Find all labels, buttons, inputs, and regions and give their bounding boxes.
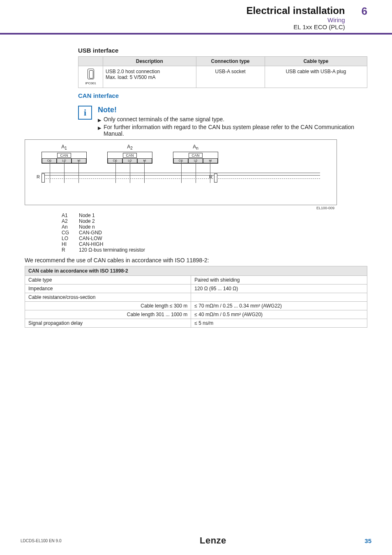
resistor-left-icon: [42, 173, 45, 183]
footer-page-number: 35: [364, 537, 371, 544]
resistor-left-label: R: [37, 174, 40, 179]
usb-cable-cell: USB cable with USB-A plug: [265, 66, 367, 88]
usb-desc2: Max. load: 5 V/500 mA: [106, 74, 155, 80]
note-bullet-2: ▶ For further information with regard to…: [98, 124, 367, 137]
can-legend: A1Node 1 A2Node 2 AnNode n CGCAN-GND LOC…: [62, 213, 155, 253]
header-sub2: EL 1xx ECO (PLC): [246, 23, 345, 30]
usb-col-conn: Connection type: [196, 57, 265, 66]
usb-conn-cell: USB-A socket: [196, 66, 265, 88]
note-bullet-1: ▶ Only connect terminals of the same sig…: [98, 116, 367, 123]
header-title: Electrical installation: [246, 5, 345, 16]
bullet-icon: ▶: [98, 116, 101, 123]
can-diagram: A1 CAN CG LO HI A2 CAN CG LO: [25, 139, 337, 205]
can-heading: CAN interface: [78, 92, 367, 99]
usb-col-desc: Description: [103, 57, 196, 66]
note-bullet-2-text: For further information with regard to t…: [104, 124, 367, 137]
usb-col-cable: Cable type: [265, 57, 367, 66]
usb-ipc-label: IPC001: [81, 81, 100, 85]
can-spec-table: CAN cable in accordance with ISO 11898-2…: [25, 266, 367, 328]
footer-logo: Lenze: [200, 535, 226, 546]
content-area: USB interface Description Connection typ…: [0, 35, 392, 328]
spec-title: CAN cable in accordance with ISO 11898-2: [25, 266, 367, 276]
header-titles: Electrical installation Wiring EL 1xx EC…: [246, 5, 345, 30]
header-sub1: Wiring: [246, 16, 345, 23]
note-title: Note!: [98, 106, 367, 114]
usb-desc-cell: USB 2.0 host connection Max. load: 5 V/5…: [103, 66, 196, 88]
usb-desc1: USB 2.0 host connection: [106, 69, 160, 74]
footer-docid: LDCDS-EL100 EN 9.0: [21, 539, 62, 543]
resistor-right-label: R: [209, 174, 212, 179]
page-footer: LDCDS-EL100 EN 9.0 Lenze 35: [0, 535, 392, 546]
usb-heading: USB interface: [78, 47, 367, 54]
note-bullet-1-text: Only connect terminals of the same signa…: [104, 116, 224, 123]
resistor-right-icon: [214, 173, 217, 183]
note-block: i Note! ▶ Only connect terminals of the …: [78, 106, 367, 138]
usb-icon-cell: IPC001: [78, 66, 103, 88]
diagram-ref: EL100-009: [25, 205, 337, 211]
usb-socket-icon: [88, 69, 94, 79]
usb-table: Description Connection type Cable type I…: [78, 56, 367, 88]
bullet-icon: ▶: [98, 124, 101, 137]
info-icon: i: [78, 106, 92, 120]
chapter-number: 6: [362, 5, 367, 16]
can-recommend-para: We recommend the use of CAN cables in ac…: [25, 257, 367, 264]
can-bus-lines: [42, 169, 320, 186]
note-body: Note! ▶ Only connect terminals of the sa…: [98, 106, 367, 138]
can-diagram-wrap: A1 CAN CG LO HI A2 CAN CG LO: [25, 139, 337, 211]
page-header: Electrical installation Wiring EL 1xx EC…: [0, 0, 392, 35]
